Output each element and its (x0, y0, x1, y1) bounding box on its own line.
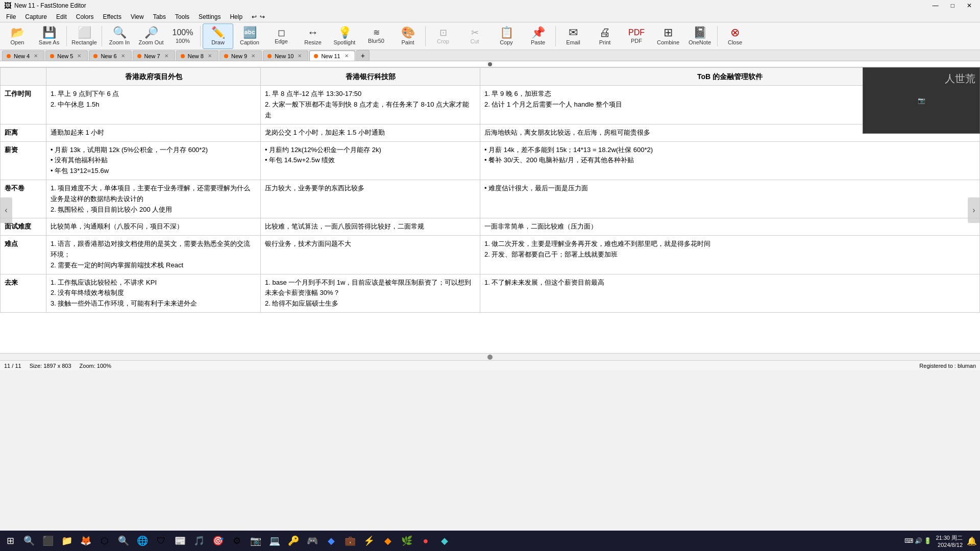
menu-capture[interactable]: Capture (21, 12, 51, 21)
taskbar-clock[interactable]: 21:30 周二 2024/8/12 (936, 534, 963, 548)
draw-button[interactable]: ✏️ Draw (203, 23, 233, 49)
taskbar-game2[interactable]: 🎮 (303, 532, 322, 550)
maximize-button[interactable]: □ (947, 2, 959, 9)
taskbar-globe[interactable]: 🌐 (133, 532, 152, 550)
tab-add-button[interactable]: + (356, 50, 370, 61)
email-button[interactable]: ✉ Email (558, 23, 589, 49)
menu-view[interactable]: View (127, 12, 148, 21)
taskbar-shield[interactable]: 🛡 (152, 532, 170, 550)
tab-new5[interactable]: New 5 ✕ (45, 51, 88, 61)
table-row: 工作时间1. 早上 9 点到下午 6 点 2. 中午休息 1.5h1. 早 8 … (1, 86, 980, 124)
taskbar-news[interactable]: 📰 (171, 532, 189, 550)
rectangle-button[interactable]: ⬜ Rectangle (69, 23, 100, 49)
onenote-button[interactable]: 📓 OneNote (684, 23, 715, 49)
taskbar-music[interactable]: 🎵 (190, 532, 208, 550)
taskbar-orange[interactable]: ◆ (379, 532, 397, 550)
copy-icon: 📋 (500, 27, 513, 38)
table-cell-col1-2: • 月薪 13k，试用期 12k (5%公积金，一个月存 600*2) • 没有… (46, 141, 261, 180)
statusbar-page-info: 11 / 11 (4, 363, 21, 369)
tab-new6[interactable]: New 6 ✕ (89, 51, 131, 61)
taskbar-camera[interactable]: 📷 (247, 532, 265, 550)
paint-button[interactable]: 🎨 Paint (393, 23, 423, 49)
search-taskbar-button[interactable]: 🔍 (20, 532, 38, 550)
zoom-100-button[interactable]: 100% 100% (167, 23, 198, 49)
zoom-out-button[interactable]: 🔎 Zoom Out (136, 23, 166, 49)
tab-close-new8[interactable]: ✕ (207, 53, 213, 59)
caption-button[interactable]: 🔤 Caption (234, 23, 265, 49)
tab-close-new11[interactable]: ✕ (344, 53, 350, 59)
menu-tools[interactable]: Tools (171, 12, 193, 21)
table-cell-col2-0: 1. 早 8 点半-12 点半 13:30-17:50 2. 大家一般下班都不走… (261, 86, 480, 124)
blur50-button[interactable]: ≋ Blur50 (361, 23, 391, 49)
nav-arrow-right[interactable]: › (968, 197, 980, 223)
tab-close-new4[interactable]: ✕ (33, 53, 39, 59)
scrollbar-thumb[interactable] (487, 355, 493, 360)
resize-button[interactable]: ↔ Resize (298, 23, 328, 49)
table-cell-col1-3: 1. 项目难度不大，单体项目，主要在于业务理解，还需要理解为什么业务是这样的数据… (46, 180, 261, 218)
task-view-button[interactable]: ⬛ (39, 532, 57, 550)
paste-button[interactable]: 📌 Paste (523, 23, 553, 49)
titlebar: 🖼 New 11 - FastStone Editor — □ ✕ (0, 0, 980, 11)
taskbar-cyan[interactable]: ◆ (435, 532, 454, 550)
taskbar-explorer[interactable]: 📁 (58, 532, 76, 550)
tab-new4[interactable]: New 4 ✕ (2, 51, 44, 61)
cut-button[interactable]: ✂ Cut (459, 23, 490, 49)
edge-button[interactable]: ◻ Edge (266, 23, 297, 49)
taskbar-key[interactable]: 🔑 (284, 532, 303, 550)
spotlight-button[interactable]: 💡 Spotlight (329, 23, 360, 49)
tab-dot-new5 (50, 54, 54, 58)
horizontal-scrollbar[interactable] (0, 353, 980, 360)
taskbar-firefox[interactable]: 🦊 (77, 532, 95, 550)
toolbar-toggle[interactable]: ↩ (252, 13, 257, 20)
zoom-in-button[interactable]: 🔍 Zoom In (104, 23, 135, 49)
taskbar-briefcase[interactable]: 💼 (341, 532, 359, 550)
nav-arrow-left[interactable]: ‹ (0, 197, 12, 223)
tab-new10[interactable]: New 10 ✕ (263, 51, 308, 61)
open-button[interactable]: 📂 Open (2, 23, 33, 49)
tab-new8[interactable]: New 8 ✕ (176, 51, 218, 61)
taskbar-app3[interactable]: ⬡ (95, 532, 114, 550)
taskbar-game[interactable]: 🎯 (209, 532, 227, 550)
menu-file[interactable]: File (2, 12, 20, 21)
taskbar-red[interactable]: ● (416, 532, 435, 550)
close-button[interactable]: ⊗ Close (720, 23, 750, 49)
crop-button[interactable]: ⊡ Crop (428, 23, 458, 49)
combine-button[interactable]: ⊞ Combine (653, 23, 683, 49)
taskbar-computer[interactable]: 💻 (265, 532, 284, 550)
tab-new7[interactable]: New 7 ✕ (133, 51, 175, 61)
taskbar-notification[interactable]: 🔔 (967, 536, 977, 546)
menu-settings[interactable]: Settings (194, 12, 225, 21)
tab-new11[interactable]: New 11 ✕ (309, 51, 355, 61)
tab-close-new9[interactable]: ✕ (250, 53, 256, 59)
table-cell-col3-2: • 月薪 14k，差不多能到 15k；14*13 = 18.2w(社保 600*… (480, 141, 980, 180)
taskbar-search2[interactable]: 🔍 (114, 532, 133, 550)
tab-dot-new4 (7, 54, 11, 58)
tab-close-new10[interactable]: ✕ (297, 53, 303, 59)
copy-button[interactable]: 📋 Copy (491, 23, 522, 49)
menu-colors[interactable]: Colors (72, 12, 98, 21)
menu-edit[interactable]: Edit (52, 12, 71, 21)
taskbar-green[interactable]: 🌿 (398, 532, 416, 550)
tab-close-new6[interactable]: ✕ (120, 53, 126, 59)
toolbar-separator-5 (555, 26, 556, 46)
taskbar-settings-tray[interactable]: ⚙ (228, 532, 246, 550)
tab-close-new7[interactable]: ✕ (163, 53, 169, 59)
table-header-empty (1, 68, 46, 86)
print-button[interactable]: 🖨 Print (590, 23, 620, 49)
tab-close-new5[interactable]: ✕ (76, 53, 82, 59)
taskbar-blue[interactable]: ◆ (322, 532, 340, 550)
tabs-bar: New 4 ✕ New 5 ✕ New 6 ✕ New 7 ✕ New 8 ✕ … (0, 50, 980, 61)
pdf-label: PDF (631, 38, 642, 44)
close-window-button[interactable]: ✕ (963, 2, 976, 9)
minimize-button[interactable]: — (928, 2, 943, 9)
menu-tabs[interactable]: Tabs (149, 12, 170, 21)
start-button[interactable]: ⊞ (1, 532, 19, 550)
toolbar-toggle2[interactable]: ↪ (260, 13, 265, 20)
tab-new9[interactable]: New 9 ✕ (219, 51, 262, 61)
save-as-icon: 💾 (42, 27, 56, 38)
menu-effects[interactable]: Effects (99, 12, 125, 21)
menu-help[interactable]: Help (226, 12, 247, 21)
pdf-button[interactable]: PDF PDF (621, 23, 652, 49)
taskbar-lightning[interactable]: ⚡ (360, 532, 378, 550)
save-as-button[interactable]: 💾 Save As (34, 23, 64, 49)
